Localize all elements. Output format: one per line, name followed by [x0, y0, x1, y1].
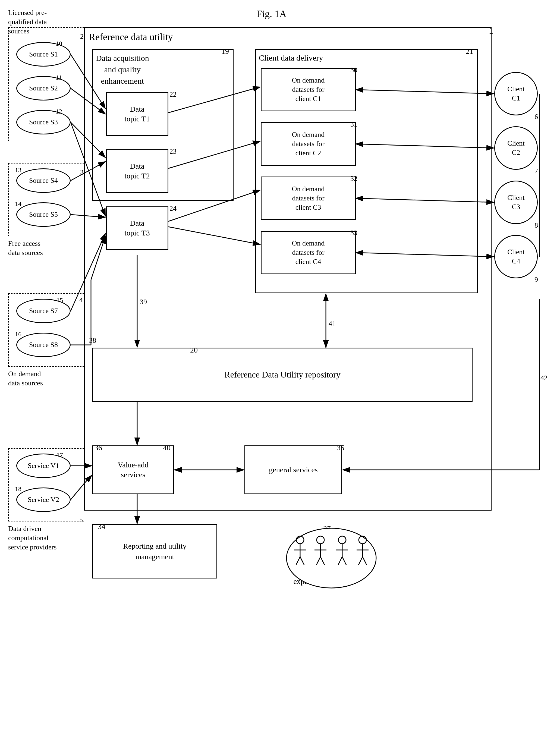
c3-num: 8: [534, 221, 538, 229]
main-box-num: 1: [489, 26, 493, 36]
source-s8: Source S8: [16, 333, 71, 357]
free-label: Free accessdata sources: [8, 239, 81, 257]
s3-num: 12: [56, 108, 62, 115]
client-c2: ClientC2: [494, 126, 538, 170]
service-v2: Service V2: [16, 487, 71, 512]
datadriven-num: 5: [79, 516, 83, 524]
pool-ellipse: [285, 527, 377, 589]
data-acq-num: 19: [221, 47, 229, 56]
t1-num: 22: [169, 90, 177, 99]
ondemand-c3-num: 32: [350, 175, 357, 183]
diagram-container: Fig. 1A Reference data utility 1 Data ac…: [0, 0, 560, 736]
gen-serv-num: 35: [337, 444, 344, 452]
client-delivery-num: 21: [466, 47, 473, 56]
ondemand-c4-num: 33: [350, 229, 357, 237]
data-topic-t2: Data topic T2: [106, 149, 168, 193]
ondemand-label: On demanddata sources: [8, 369, 81, 388]
client-c1: ClientC1: [494, 72, 538, 115]
s7-num: 15: [56, 297, 63, 304]
client-c3: ClientC3: [494, 181, 538, 224]
licensed-label: Licensed pre-qualified datasources: [8, 8, 81, 36]
s5-num: 14: [15, 200, 21, 207]
value-add-num: 36: [95, 444, 102, 452]
t2-num: 23: [169, 147, 177, 156]
licensed-num: 2: [80, 33, 84, 41]
value-add-num2: 40: [163, 444, 171, 452]
s8-num: 16: [15, 331, 21, 338]
source-s3: Source S3: [16, 110, 71, 134]
ondemand-grp-num: 4: [79, 296, 83, 304]
c4-num: 9: [534, 276, 538, 284]
c1-num: 6: [534, 113, 538, 121]
svg-point-0: [287, 528, 376, 588]
value-add-box: Value-add services: [92, 445, 174, 494]
repo-num: 20: [190, 346, 198, 354]
source-s1: Source S1: [16, 42, 71, 67]
reporting-num: 34: [98, 522, 105, 531]
general-services-box: general services: [244, 445, 342, 494]
ondemand-c2-num: 31: [350, 120, 357, 128]
svg-text:42: 42: [540, 374, 548, 382]
ondemand-c1: On demand datasets for client C1: [261, 68, 356, 111]
c2-num: 7: [534, 167, 538, 175]
source-s5: Source S5: [16, 202, 71, 227]
s2-num: 11: [56, 74, 62, 81]
ondemand-c2: On demand datasets for client C2: [261, 122, 356, 166]
reporting-box: Reporting and utility management: [92, 524, 217, 578]
s1-num: 10: [56, 40, 62, 47]
repository-box: Reference Data Utility repository: [92, 348, 473, 402]
ondemand-c3: On demand datasets for client C3: [261, 177, 356, 220]
ondemand-c4: On demand datasets for client C4: [261, 231, 356, 274]
data-topic-t1: Data topic T1: [106, 92, 168, 136]
ondemand-c1-num: 30: [350, 66, 357, 74]
source-s2: Source S2: [16, 76, 71, 100]
source-s4: Source S4: [16, 168, 71, 193]
figure-title: Fig. 1A: [231, 8, 312, 20]
data-topic-t3: Data topic T3: [106, 206, 168, 250]
t3-num: 24: [169, 205, 177, 213]
datadriven-label: Data drivencomputationalservice provider…: [8, 524, 81, 552]
v1-num: 17: [56, 451, 63, 459]
v2-num: 18: [15, 485, 21, 493]
client-c4: ClientC4: [494, 235, 538, 278]
free-num: 3: [80, 168, 84, 177]
s4-num: 13: [15, 166, 21, 174]
